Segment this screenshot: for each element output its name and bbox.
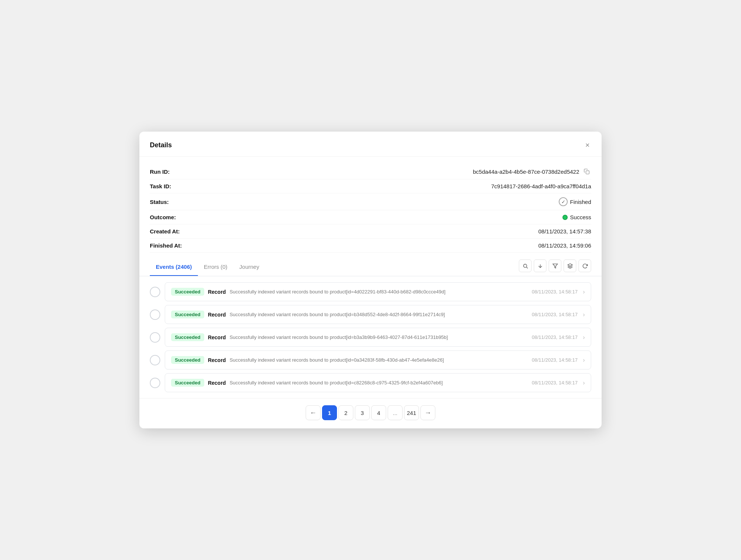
next-page-button[interactable]: → <box>420 405 435 420</box>
outcome-value-container: Success <box>562 214 591 220</box>
status-badge: Succeeded <box>171 288 204 296</box>
task-id-row: Task ID: 7c914817-2686-4adf-a4f0-a9ca7ff… <box>150 179 591 194</box>
download-button[interactable] <box>534 259 546 272</box>
event-message: Successfully indexed variant records bou… <box>230 312 528 317</box>
event-card[interactable]: SucceededRecordSuccessfully indexed vari… <box>165 328 591 347</box>
status-row: Status: ✓ Finished <box>150 194 591 210</box>
event-message: Successfully indexed variant records bou… <box>230 334 528 340</box>
event-row: SucceededRecordSuccessfully indexed vari… <box>150 350 591 369</box>
event-message: Successfully indexed variant records bou… <box>230 289 528 295</box>
finished-at-label: Finished At: <box>150 242 195 249</box>
pagination: ← 1 2 3 4 ... 241 → <box>139 398 602 428</box>
tab-journey[interactable]: Journey <box>233 260 265 276</box>
chevron-right-icon: › <box>583 357 585 364</box>
event-card[interactable]: SucceededRecordSuccessfully indexed vari… <box>165 350 591 369</box>
svg-marker-4 <box>568 264 573 266</box>
task-id-value-container: 7c914817-2686-4adf-a4f0-a9ca7ff04d1a <box>491 183 591 189</box>
created-at-row: Created At: 08/11/2023, 14:57:38 <box>150 224 591 239</box>
events-list: SucceededRecordSuccessfully indexed vari… <box>139 276 602 398</box>
info-section: Run ID: bc5da44a-a2b4-4b5e-87ce-0738d2ed… <box>139 157 602 253</box>
event-row: SucceededRecordSuccessfully indexed vari… <box>150 328 591 347</box>
event-card[interactable]: SucceededRecordSuccessfully indexed vari… <box>165 282 591 301</box>
event-card[interactable]: SucceededRecordSuccessfully indexed vari… <box>165 373 591 392</box>
timeline-node <box>150 309 160 320</box>
created-at-label: Created At: <box>150 228 195 235</box>
tab-errors[interactable]: Errors (0) <box>198 260 233 276</box>
tabs-left: Events (2406) Errors (0) Journey <box>150 260 265 276</box>
page-1-button[interactable]: 1 <box>322 405 337 420</box>
event-row: SucceededRecordSuccessfully indexed vari… <box>150 305 591 324</box>
chevron-right-icon: › <box>583 334 585 341</box>
filter-button[interactable] <box>549 259 561 272</box>
status-badge: Succeeded <box>171 356 204 364</box>
outcome-label: Outcome: <box>150 214 195 220</box>
tabs-toolbar <box>519 259 591 276</box>
event-row: SucceededRecordSuccessfully indexed vari… <box>150 373 591 392</box>
created-at-value-container: 08/11/2023, 14:57:38 <box>538 228 591 235</box>
run-id-row: Run ID: bc5da44a-a2b4-4b5e-87ce-0738d2ed… <box>150 164 591 179</box>
event-row: SucceededRecordSuccessfully indexed vari… <box>150 282 591 301</box>
created-at-value: 08/11/2023, 14:57:38 <box>538 228 591 235</box>
outcome-dot-icon <box>562 215 568 220</box>
page-3-button[interactable]: 3 <box>355 405 370 420</box>
status-check-icon: ✓ <box>559 197 568 206</box>
svg-line-2 <box>526 267 527 268</box>
event-message: Successfully indexed variant records bou… <box>230 357 528 363</box>
event-message: Successfully indexed variant records bou… <box>230 380 528 386</box>
pagination-ellipsis: ... <box>388 405 403 420</box>
page-4-button[interactable]: 4 <box>371 405 386 420</box>
event-type: Record <box>208 334 226 340</box>
close-button[interactable]: × <box>584 140 591 150</box>
event-time: 08/11/2023, 14:58:17 <box>532 289 578 295</box>
layers-button[interactable] <box>564 259 576 272</box>
search-button[interactable] <box>519 259 532 272</box>
status-badge: Succeeded <box>171 379 204 387</box>
page-last-button[interactable]: 241 <box>404 405 419 420</box>
tab-events[interactable]: Events (2406) <box>150 260 198 276</box>
run-id-label: Run ID: <box>150 169 195 175</box>
status-badge: Succeeded <box>171 333 204 341</box>
status-badge: Succeeded <box>171 311 204 318</box>
status-value: Finished <box>570 199 591 205</box>
timeline-node <box>150 332 160 343</box>
chevron-right-icon: › <box>583 289 585 295</box>
copy-run-id-button[interactable] <box>582 168 591 175</box>
refresh-button[interactable] <box>578 259 591 272</box>
event-type: Record <box>208 312 226 318</box>
run-id-value: bc5da44a-a2b4-4b5e-87ce-0738d2ed5422 <box>473 169 579 175</box>
chevron-right-icon: › <box>583 380 585 386</box>
modal-title: Details <box>150 141 172 149</box>
event-time: 08/11/2023, 14:58:17 <box>532 312 578 317</box>
timeline-node <box>150 287 160 297</box>
tabs-bar: Events (2406) Errors (0) Journey <box>139 253 602 276</box>
chevron-right-icon: › <box>583 311 585 318</box>
prev-page-button[interactable]: ← <box>306 405 321 420</box>
task-id-label: Task ID: <box>150 183 195 189</box>
run-id-value-container: bc5da44a-a2b4-4b5e-87ce-0738d2ed5422 <box>473 168 591 175</box>
svg-marker-3 <box>553 264 558 268</box>
page-2-button[interactable]: 2 <box>338 405 353 420</box>
event-type: Record <box>208 357 226 363</box>
finished-at-value: 08/11/2023, 14:59:06 <box>538 242 591 249</box>
svg-point-1 <box>523 264 527 267</box>
timeline-wrapper: SucceededRecordSuccessfully indexed vari… <box>150 282 591 392</box>
event-card[interactable]: SucceededRecordSuccessfully indexed vari… <box>165 305 591 324</box>
details-modal: Details × Run ID: bc5da44a-a2b4-4b5e-87c… <box>139 132 602 428</box>
event-time: 08/11/2023, 14:58:17 <box>532 357 578 363</box>
svg-rect-0 <box>586 171 589 174</box>
event-time: 08/11/2023, 14:58:17 <box>532 380 578 386</box>
timeline-node <box>150 378 160 388</box>
status-label: Status: <box>150 199 195 205</box>
event-type: Record <box>208 289 226 295</box>
finished-at-row: Finished At: 08/11/2023, 14:59:06 <box>150 239 591 253</box>
timeline-node <box>150 355 160 365</box>
event-time: 08/11/2023, 14:58:17 <box>532 334 578 340</box>
outcome-value: Success <box>570 214 591 220</box>
status-value-container: ✓ Finished <box>559 197 591 206</box>
modal-header: Details × <box>139 132 602 157</box>
outcome-row: Outcome: Success <box>150 210 591 224</box>
event-type: Record <box>208 380 226 386</box>
task-id-value: 7c914817-2686-4adf-a4f0-a9ca7ff04d1a <box>491 183 591 189</box>
finished-at-value-container: 08/11/2023, 14:59:06 <box>538 242 591 249</box>
